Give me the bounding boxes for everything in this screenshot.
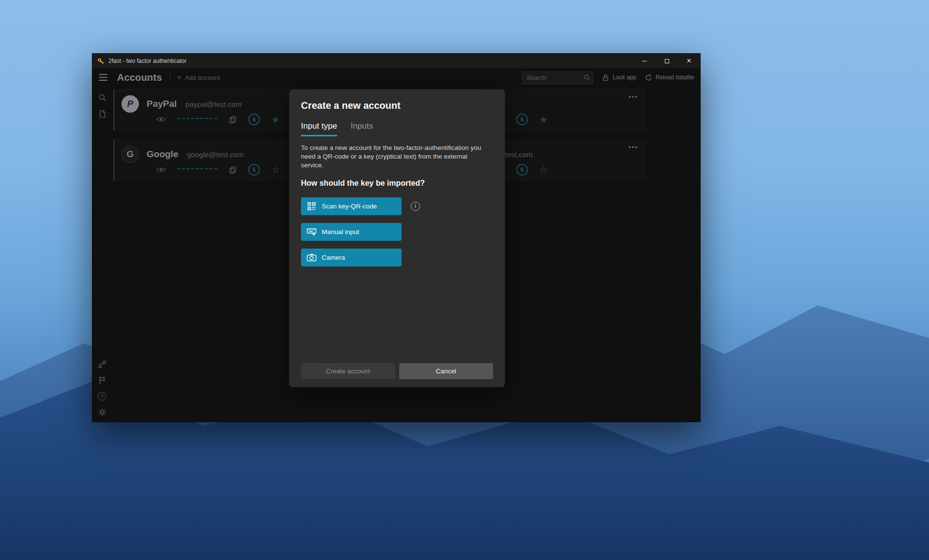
scan-qr-code-button[interactable]: Scan key-QR-code <box>301 197 402 215</box>
camera-icon <box>307 253 316 262</box>
create-account-dialog: Create a new account Input type Inputs T… <box>289 89 505 387</box>
titlebar: 2fast - two factor authenticator × <box>92 54 700 68</box>
tab-inputs[interactable]: Inputs <box>351 121 373 136</box>
app-window: 2fast - two factor authenticator × Accou… <box>92 53 701 422</box>
tab-input-type[interactable]: Input type <box>301 121 337 136</box>
dialog-tabs: Input type Inputs <box>301 121 493 136</box>
key-app-icon <box>97 58 105 65</box>
dialog-description: To create a new account for the two-fact… <box>301 144 484 170</box>
maximize-button[interactable] <box>656 54 678 68</box>
cancel-button[interactable]: Cancel <box>399 363 494 379</box>
keyboard-icon <box>307 228 316 236</box>
close-button[interactable]: × <box>678 54 700 68</box>
minimize-button[interactable] <box>633 54 656 68</box>
dialog-title: Create a new account <box>301 100 493 111</box>
camera-label: Camera <box>322 254 345 261</box>
manual-input-label: Manual input <box>322 228 359 236</box>
window-title: 2fast - two factor authenticator <box>108 58 186 64</box>
qr-code-icon <box>307 202 316 210</box>
scan-qr-code-label: Scan key-QR-code <box>322 203 377 210</box>
dialog-question: How should the key be imported? <box>301 179 493 188</box>
create-account-button[interactable]: Create account <box>301 363 395 379</box>
camera-button[interactable]: Camera <box>301 249 402 266</box>
manual-input-button[interactable]: Manual input <box>301 223 402 241</box>
info-icon[interactable]: i <box>411 202 420 211</box>
